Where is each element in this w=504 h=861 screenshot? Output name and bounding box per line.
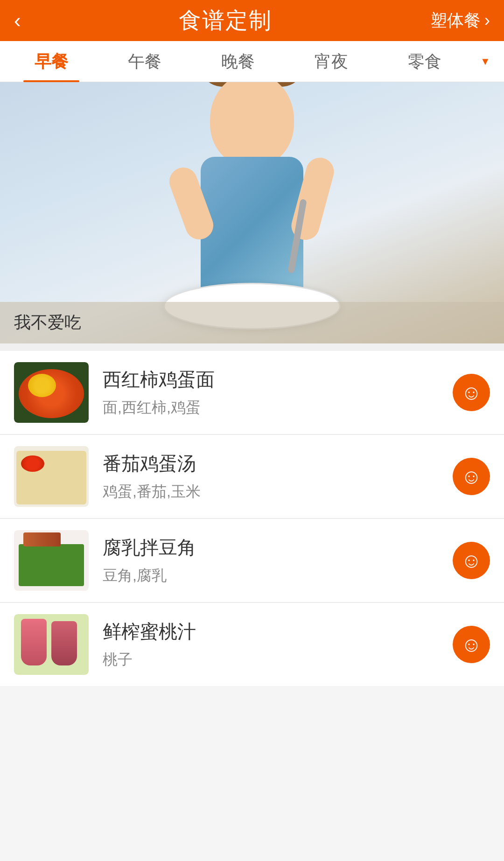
section-divider (0, 343, 504, 351)
food-name-3: 腐乳拌豆角 (103, 535, 443, 560)
food-ingredients-1: 面,西红柿,鸡蛋 (103, 397, 443, 418)
food-info-2: 番茄鸡蛋汤 鸡蛋,番茄,玉米 (103, 451, 443, 502)
banner-section: 我不爱吃 (0, 82, 504, 343)
page-title: 食谱定制 (179, 6, 272, 35)
banner-caption: 我不爱吃 (0, 302, 504, 343)
food-thumbnail-3 (14, 530, 89, 591)
header-right-action[interactable]: 塑体餐 › (430, 9, 490, 32)
food-ingredients-4: 桃子 (103, 649, 443, 670)
food-like-button-1[interactable]: ☺ (453, 374, 490, 411)
tab-dinner[interactable]: 晚餐 (191, 41, 285, 82)
food-info-3: 腐乳拌豆角 豆角,腐乳 (103, 535, 443, 586)
food-image-1 (14, 362, 89, 423)
back-button[interactable]: ‹ (14, 10, 21, 31)
food-like-button-3[interactable]: ☺ (453, 542, 490, 579)
food-list: 西红柿鸡蛋面 面,西红柿,鸡蛋 ☺ 番茄鸡蛋汤 鸡蛋,番茄,玉米 ☺ 腐乳拌豆角… (0, 351, 504, 686)
tab-breakfast[interactable]: 早餐 (5, 41, 98, 82)
food-info-4: 鲜榨蜜桃汁 桃子 (103, 619, 443, 670)
food-image-4 (14, 614, 89, 675)
right-label: 塑体餐 (430, 9, 481, 32)
food-item-4[interactable]: 鲜榨蜜桃汁 桃子 ☺ (0, 603, 504, 686)
child-head (210, 82, 294, 166)
food-item-2[interactable]: 番茄鸡蛋汤 鸡蛋,番茄,玉米 ☺ (0, 435, 504, 518)
food-name-1: 西红柿鸡蛋面 (103, 367, 443, 392)
tabs-bar: 早餐 午餐 晚餐 宵夜 零食 ▼ (0, 41, 504, 82)
food-image-3 (14, 530, 89, 591)
food-item-1[interactable]: 西红柿鸡蛋面 面,西红柿,鸡蛋 ☺ (0, 351, 504, 434)
right-arrow-icon: › (484, 11, 490, 30)
food-name-2: 番茄鸡蛋汤 (103, 451, 443, 476)
food-ingredients-2: 鸡蛋,番茄,玉米 (103, 481, 443, 502)
food-info-1: 西红柿鸡蛋面 面,西红柿,鸡蛋 (103, 367, 443, 418)
tab-lunch[interactable]: 午餐 (98, 41, 191, 82)
food-item-3[interactable]: 腐乳拌豆角 豆角,腐乳 ☺ (0, 519, 504, 602)
food-like-button-2[interactable]: ☺ (453, 458, 490, 495)
tab-latenight[interactable]: 宵夜 (285, 41, 378, 82)
food-like-button-4[interactable]: ☺ (453, 626, 490, 663)
app-header: ‹ 食谱定制 塑体餐 › (0, 0, 504, 41)
food-name-4: 鲜榨蜜桃汁 (103, 619, 443, 644)
child-figure (135, 91, 369, 334)
food-image-2 (14, 446, 89, 507)
food-thumbnail-4 (14, 614, 89, 675)
child-body (201, 157, 303, 297)
food-thumbnail-2 (14, 446, 89, 507)
food-ingredients-3: 豆角,腐乳 (103, 565, 443, 586)
tabs-dropdown-button[interactable]: ▼ (471, 56, 499, 68)
food-thumbnail-1 (14, 362, 89, 423)
tab-snack[interactable]: 零食 (378, 41, 471, 82)
